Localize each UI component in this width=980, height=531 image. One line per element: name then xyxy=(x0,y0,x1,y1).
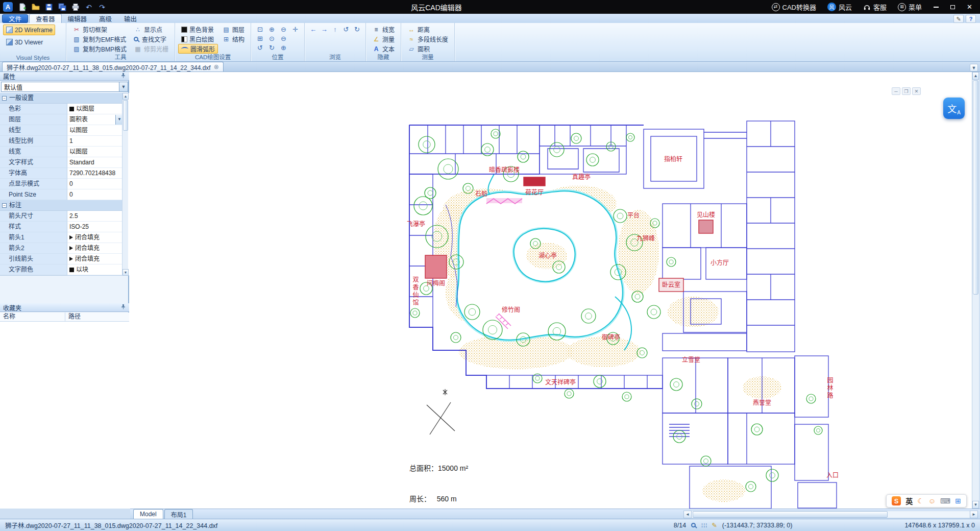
close-button[interactable]: ✕ xyxy=(962,1,977,13)
doc-list-dropdown-button[interactable]: ▼ xyxy=(970,64,978,71)
scrollbar-thumb[interactable] xyxy=(973,80,978,295)
cad-converter-button[interactable]: ⇄ CAD转换器 xyxy=(767,0,821,14)
scroll-left-icon[interactable]: ◄ xyxy=(683,511,692,518)
zoom-previous-button[interactable]: ⊖ xyxy=(278,34,289,43)
grid-snap-icon[interactable]: ⁞⁞⁞ xyxy=(701,522,707,528)
tab-file[interactable]: 文件 xyxy=(2,14,28,23)
vertical-scrollbar[interactable]: ▲ ▼ xyxy=(972,72,979,509)
find-text-button[interactable]: 查找文字 xyxy=(131,34,172,44)
property-row[interactable]: 样式ISO-25 xyxy=(0,222,129,232)
print-button[interactable] xyxy=(69,1,82,13)
collapse-icon[interactable]: − xyxy=(2,96,7,101)
lineweight-button[interactable]: ≡线宽 xyxy=(369,25,398,34)
scrollbar-thumb[interactable] xyxy=(693,511,888,518)
help-button[interactable]: ? xyxy=(966,15,976,23)
menu-button[interactable]: ⊞ 菜单 xyxy=(893,0,926,14)
zoom-selection-button[interactable]: ⊙ xyxy=(266,34,278,43)
collapse-icon[interactable]: − xyxy=(2,203,7,208)
scroll-down-icon[interactable]: ▼ xyxy=(122,269,129,276)
new-file-button[interactable] xyxy=(16,1,29,13)
support-button[interactable]: 客服 xyxy=(859,0,891,14)
forward-button[interactable]: → xyxy=(318,25,329,34)
tab-viewer[interactable]: 查看器 xyxy=(29,14,62,23)
property-row[interactable]: 图层面积表▼ xyxy=(0,114,129,125)
layers-button[interactable]: ▤图层 xyxy=(219,25,248,34)
show-points-button[interactable]: ∴显示点 xyxy=(131,25,172,34)
black-background-button[interactable]: 黑色背景 xyxy=(178,25,218,34)
zoom-out-button[interactable]: ⊖ xyxy=(278,25,289,34)
property-row[interactable]: 文字颜色以块 xyxy=(0,264,129,275)
tab-editor[interactable]: 编辑器 xyxy=(62,14,93,23)
sheet-tab-layout1[interactable]: 布局1 xyxy=(164,509,193,519)
property-row[interactable]: 箭头1闭合填充 xyxy=(0,232,129,243)
distance-button[interactable]: ↔距离 xyxy=(404,25,451,34)
scroll-right-icon[interactable]: ► xyxy=(970,511,978,518)
undo-button[interactable]: ↶ xyxy=(82,1,95,13)
pan-button[interactable]: ✛ xyxy=(289,25,301,34)
scroll-up-icon[interactable]: ▲ xyxy=(972,72,979,80)
favorites-list[interactable] xyxy=(0,322,129,509)
rotate-cw-button[interactable]: ↻ xyxy=(266,43,278,52)
property-row[interactable]: 文字样式Standard xyxy=(0,157,129,168)
emoji-icon[interactable]: ☺ xyxy=(928,497,936,505)
properties-scrollbar[interactable]: ▲ ▼ xyxy=(122,93,128,276)
zoom-window-button[interactable]: ⊡ xyxy=(254,25,266,34)
3d-viewer-button[interactable]: 3D Viewer xyxy=(3,37,55,47)
mdi-close-button[interactable]: ✕ xyxy=(912,87,921,95)
tab-output[interactable]: 输出 xyxy=(118,14,143,23)
property-row[interactable]: 箭头2闭合填充 xyxy=(0,243,129,254)
up-button[interactable]: ↑ xyxy=(330,25,340,34)
refresh-button[interactable]: ↻ xyxy=(352,25,362,34)
copy-emf-button[interactable]: ▧复制为EMF格式 xyxy=(69,34,130,44)
sogou-logo-icon[interactable]: S xyxy=(892,496,901,505)
polyline-length-button[interactable]: ≈多段线长度 xyxy=(404,34,451,44)
property-group[interactable]: −标注 xyxy=(0,200,123,211)
translate-float-button[interactable]: 文A xyxy=(943,98,965,119)
property-row[interactable]: 线宽以图层 xyxy=(0,147,129,157)
scrollbar-thumb[interactable] xyxy=(123,100,128,131)
clip-frame-button[interactable]: ✂剪切框架 xyxy=(69,25,130,34)
measure-toggle-button[interactable]: ∠测量 xyxy=(369,34,398,44)
property-row[interactable]: 线型比例1 xyxy=(0,136,129,147)
style-button[interactable]: ✎ xyxy=(953,15,964,23)
scroll-down-icon[interactable]: ▼ xyxy=(972,501,979,509)
property-row[interactable]: Point Size0 xyxy=(0,189,129,200)
redo-button[interactable]: ↷ xyxy=(95,1,109,13)
zoom-in-button[interactable]: ⊕ xyxy=(266,25,278,34)
horizontal-scrollbar[interactable]: ◄ ► xyxy=(683,511,978,518)
rotate-ccw-button[interactable]: ↺ xyxy=(254,43,266,52)
minimize-button[interactable] xyxy=(928,1,943,13)
preset-combobox[interactable]: 默认值 ▼ xyxy=(1,82,128,92)
property-row[interactable]: 字体高7290.702148438 xyxy=(0,168,129,179)
scroll-up-icon[interactable]: ▲ xyxy=(122,93,129,100)
property-row[interactable]: 箭头尺寸2.5 xyxy=(0,211,129,222)
ime-toolbar[interactable]: S 英 ☾ ☺ ⌨ ⊞ xyxy=(886,494,967,508)
pin-icon[interactable] xyxy=(120,304,126,311)
structure-button[interactable]: ⊞结构 xyxy=(219,34,248,44)
drawing-canvas[interactable]: 指柏轩暗香疏影楼荷花厅真趣亭石舫飞瀑亭问梅阁双香仙馆修竹阁湖心亭九狮峰见山楼平台… xyxy=(129,72,972,509)
document-tab[interactable]: 狮子林.dwg2020-07-27_11_11_38_015.dwg2020-0… xyxy=(2,62,224,71)
property-row[interactable]: 色彩以图层 xyxy=(0,104,129,114)
2d-wireframe-button[interactable]: 2D Wireframe xyxy=(3,25,55,35)
save-button[interactable] xyxy=(42,1,56,13)
keyboard-icon[interactable]: ⌨ xyxy=(940,497,950,505)
maximize-button[interactable] xyxy=(945,1,960,13)
favorites-col-name[interactable]: 名称 xyxy=(0,312,65,321)
doc-close-icon[interactable]: ⊗ xyxy=(214,63,219,70)
edit-status-icon[interactable]: ✎ xyxy=(712,521,717,529)
fengyun-button[interactable]: 风 风云 xyxy=(823,0,856,14)
property-row[interactable]: 引线箭头闭合填充 xyxy=(0,254,129,264)
sheet-tab-model[interactable]: Model xyxy=(133,509,163,519)
save-all-button[interactable] xyxy=(56,1,69,13)
back-button[interactable]: ← xyxy=(308,25,318,34)
bw-drawing-button[interactable]: 黑白绘图 xyxy=(178,34,218,44)
property-group[interactable]: −一般设置 xyxy=(0,93,123,104)
ime-language-toggle[interactable]: 英 xyxy=(905,496,913,506)
tab-advanced[interactable]: 高级 xyxy=(93,14,118,23)
zoom-extents-button[interactable]: ⊞ xyxy=(254,34,266,43)
open-file-button[interactable] xyxy=(29,1,42,13)
zoom-all-button[interactable]: ⊕ xyxy=(278,43,289,52)
toolbox-icon[interactable]: ⊞ xyxy=(955,497,961,505)
favorites-col-path[interactable]: 路径 xyxy=(65,312,84,321)
refresh-ccw-button[interactable]: ↺ xyxy=(340,25,351,34)
